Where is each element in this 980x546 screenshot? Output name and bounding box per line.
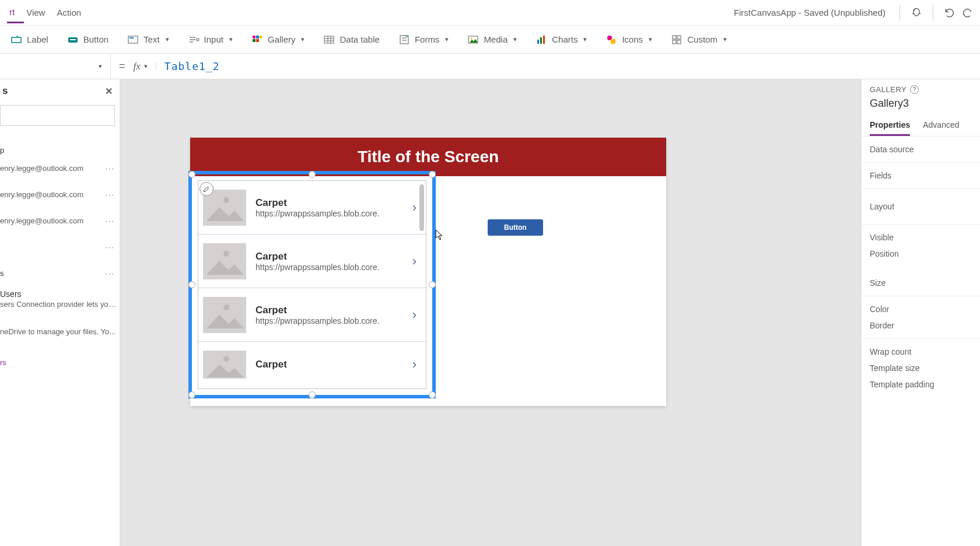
more-icon[interactable]: ··· bbox=[105, 216, 115, 225]
ribbon-label-text: Data table bbox=[340, 34, 379, 44]
property-selector[interactable]: ▾ bbox=[0, 54, 111, 79]
svg-rect-25 bbox=[540, 37, 542, 44]
property-row-visible[interactable]: Visible bbox=[862, 225, 980, 246]
ribbon-media[interactable]: Media ▾ bbox=[464, 30, 520, 49]
property-row-layout[interactable]: Layout bbox=[862, 189, 980, 225]
property-row-wrapcount[interactable]: Wrap count bbox=[862, 339, 980, 360]
ribbon-icons[interactable]: Icons ▾ bbox=[602, 30, 656, 49]
more-icon[interactable]: ··· bbox=[105, 190, 115, 199]
ribbon-charts[interactable]: Charts ▾ bbox=[532, 30, 590, 49]
datatable-icon bbox=[323, 34, 335, 46]
resize-handle[interactable] bbox=[188, 281, 195, 288]
icons-icon bbox=[606, 34, 617, 46]
left-pane-item[interactable]: enry.legge@outlook.com ··· bbox=[0, 159, 120, 177]
menu-action[interactable]: Action bbox=[54, 3, 90, 22]
resize-handle[interactable] bbox=[188, 391, 195, 398]
left-pane-item[interactable]: enry.legge@outlook.com ··· bbox=[0, 177, 120, 204]
property-row-datasource[interactable]: Data source bbox=[862, 136, 980, 163]
app-status-text: FirstCanvasApp - Saved (Unpublished) bbox=[734, 8, 895, 18]
more-icon[interactable]: ··· bbox=[105, 243, 115, 251]
menu-insert[interactable]: rt bbox=[7, 2, 24, 23]
resize-handle[interactable] bbox=[429, 171, 436, 178]
ribbon-input[interactable]: Input ▾ bbox=[184, 30, 236, 49]
chevron-down-icon: ▾ bbox=[513, 36, 517, 43]
custom-icon bbox=[671, 34, 682, 46]
property-row-templatesize[interactable]: Template size bbox=[862, 360, 980, 376]
gallery-item[interactable]: Carpet › bbox=[198, 342, 426, 387]
resize-handle[interactable] bbox=[309, 391, 316, 398]
forms-icon bbox=[398, 34, 410, 46]
undo-icon[interactable] bbox=[938, 1, 961, 24]
property-row-color[interactable]: Color bbox=[862, 296, 980, 317]
chevron-right-icon[interactable]: › bbox=[408, 307, 421, 323]
gallery-item[interactable]: Carpet https://pwrappssamples.blob.core.… bbox=[198, 181, 426, 235]
ribbon-custom[interactable]: Custom ▾ bbox=[667, 30, 730, 49]
redo-icon[interactable] bbox=[961, 1, 973, 24]
svg-rect-31 bbox=[673, 40, 676, 44]
ribbon-gallery[interactable]: Gallery ▾ bbox=[248, 30, 309, 49]
design-canvas[interactable]: Title of the Screen Button Carpet https:… bbox=[120, 79, 861, 546]
property-row-templatepadding[interactable]: Template padding bbox=[862, 376, 980, 397]
menu-view[interactable]: View bbox=[24, 3, 54, 22]
app-screen[interactable]: Title of the Screen Button Carpet https:… bbox=[190, 138, 666, 406]
formula-input[interactable]: Table1_2 bbox=[156, 60, 980, 72]
gallery-item[interactable]: Carpet https://pwrappssamples.blob.core.… bbox=[198, 288, 426, 342]
resize-handle[interactable] bbox=[188, 171, 195, 178]
properties-pane: GALLERY ? Gallery3 Properties Advanced D… bbox=[861, 79, 980, 546]
chevron-down-icon[interactable]: ▾ bbox=[144, 62, 156, 70]
chevron-down-icon: ▾ bbox=[445, 36, 449, 43]
edit-pencil-icon[interactable] bbox=[200, 182, 214, 196]
tab-advanced[interactable]: Advanced bbox=[923, 116, 959, 136]
chevron-right-icon[interactable]: › bbox=[408, 254, 421, 269]
svg-rect-30 bbox=[677, 36, 681, 39]
canvas-button-control[interactable]: Button bbox=[488, 219, 543, 236]
ribbon-datatable[interactable]: Data table bbox=[320, 30, 383, 49]
more-icon[interactable]: ··· bbox=[105, 269, 115, 278]
property-row-border[interactable]: Border bbox=[862, 317, 980, 339]
gallery-selection[interactable]: Carpet https://pwrappssamples.blob.core.… bbox=[188, 171, 436, 398]
left-pane-item[interactable]: ··· bbox=[0, 230, 120, 256]
ribbon-forms[interactable]: Forms ▾ bbox=[395, 30, 453, 49]
svg-rect-3 bbox=[128, 36, 138, 43]
properties-section-label: GALLERY bbox=[870, 85, 907, 94]
left-pane-item[interactable]: p bbox=[0, 133, 120, 159]
left-pane-item[interactable]: enry.legge@outlook.com ··· bbox=[0, 204, 120, 230]
fx-icon[interactable]: fx bbox=[134, 61, 144, 72]
button-icon bbox=[67, 34, 79, 46]
gallery-control[interactable]: Carpet https://pwrappssamples.blob.core.… bbox=[198, 180, 426, 389]
chevron-down-icon: ▾ bbox=[723, 36, 727, 43]
property-row-position[interactable]: Position bbox=[862, 246, 980, 262]
resize-handle[interactable] bbox=[309, 171, 316, 178]
gallery-item-title: Carpet bbox=[256, 359, 408, 370]
ribbon-label-text: Charts bbox=[552, 34, 578, 44]
svg-rect-28 bbox=[611, 39, 615, 44]
gallery-item[interactable]: Carpet https://pwrappssamples.blob.core.… bbox=[198, 235, 426, 288]
image-placeholder-icon bbox=[203, 351, 246, 379]
ribbon-label[interactable]: Label bbox=[7, 30, 52, 49]
svg-point-23 bbox=[471, 37, 473, 39]
help-icon[interactable]: ? bbox=[910, 85, 919, 94]
svg-point-40 bbox=[223, 356, 229, 362]
left-pane-item[interactable]: s ··· bbox=[0, 256, 120, 282]
gallery-item-title: Carpet bbox=[256, 197, 408, 209]
chevron-right-icon[interactable]: › bbox=[408, 357, 421, 372]
left-pane-group-desc: neDrive to manage your files. Yo... bbox=[0, 313, 120, 341]
ribbon-label-text: Input bbox=[204, 34, 223, 44]
svg-point-34 bbox=[223, 197, 229, 203]
scrollbar-thumb[interactable] bbox=[419, 184, 424, 231]
divider bbox=[933, 5, 933, 21]
property-row-fields[interactable]: Fields bbox=[862, 163, 980, 189]
chevron-down-icon: ▾ bbox=[649, 36, 652, 43]
left-pane-search[interactable] bbox=[0, 105, 115, 126]
close-icon[interactable]: ✕ bbox=[105, 86, 113, 97]
tab-properties[interactable]: Properties bbox=[870, 116, 910, 136]
more-icon[interactable]: ··· bbox=[105, 164, 115, 173]
app-checker-icon[interactable] bbox=[905, 1, 928, 24]
ribbon-button[interactable]: Button bbox=[64, 30, 112, 49]
resize-handle[interactable] bbox=[429, 391, 436, 398]
resize-handle[interactable] bbox=[429, 281, 436, 288]
ribbon-label-text: Gallery bbox=[268, 34, 296, 44]
ribbon-text[interactable]: Text ▾ bbox=[124, 30, 173, 49]
property-row-size[interactable]: Size bbox=[862, 262, 980, 296]
left-pane-wizard-link[interactable]: rs bbox=[0, 341, 120, 367]
